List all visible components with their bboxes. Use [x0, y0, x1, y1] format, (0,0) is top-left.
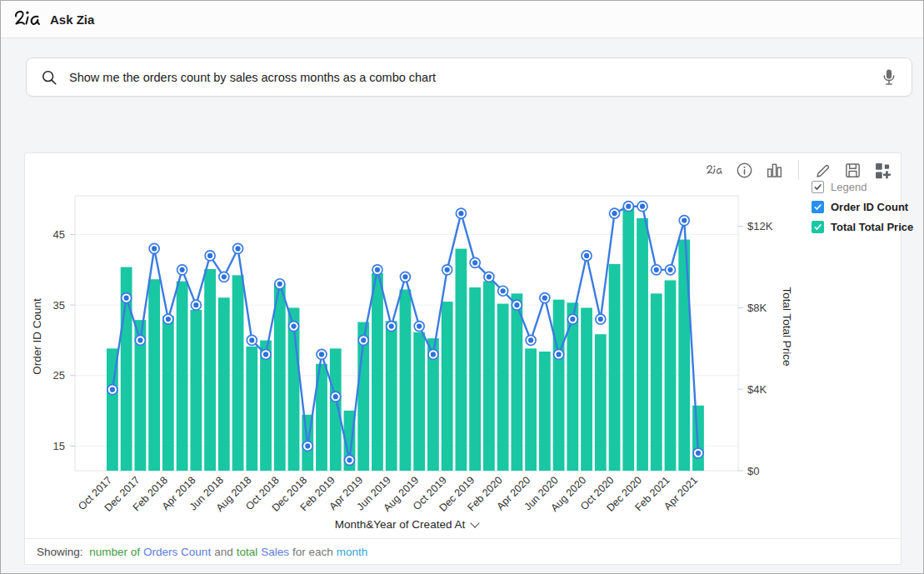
y-left-tick-label: 15	[53, 440, 65, 452]
line-point-core	[556, 352, 561, 357]
line-point-core	[501, 288, 506, 293]
microphone-icon[interactable]	[880, 67, 898, 87]
app-header: Ask Zia	[1, 1, 923, 38]
bar-Oct 2020[interactable]	[609, 264, 621, 471]
line-point-core	[180, 267, 185, 272]
y-left-tick-label: 35	[53, 299, 65, 312]
bar-Feb 2018[interactable]	[162, 316, 174, 471]
bar-May 2020[interactable]	[539, 352, 551, 471]
line-point-core	[249, 337, 254, 342]
bar-Dec 2019[interactable]	[469, 287, 481, 471]
line-point-core	[487, 274, 492, 279]
bar-Feb 2019[interactable]	[330, 348, 342, 471]
line-point-core	[124, 296, 129, 301]
bar-Aug 2019[interactable]	[413, 332, 425, 471]
showing-segment: Orders Count	[143, 546, 211, 558]
showing-segment: total	[237, 546, 258, 558]
line-point-core	[667, 267, 672, 272]
y-left-axis-title: Order ID Count	[31, 298, 43, 375]
line-point-core	[110, 387, 115, 392]
y-right-tick-label: $4K	[747, 383, 767, 396]
line-point-core	[152, 246, 157, 251]
bar-Jan 2020[interactable]	[483, 282, 495, 471]
ask-zia-search-bar	[26, 57, 912, 97]
y-right-axis-title: Total Total Price	[781, 287, 793, 366]
line-point-core	[207, 253, 212, 258]
bar-Aug 2020[interactable]	[581, 307, 592, 471]
line-point-core	[640, 204, 645, 209]
line-point-core	[361, 337, 366, 342]
line-point-core	[305, 443, 310, 448]
zia-logo	[13, 9, 42, 29]
line-point-core	[626, 204, 631, 209]
bar-May 2018[interactable]	[204, 269, 216, 471]
line-point-core	[347, 457, 352, 462]
line-point-core	[682, 218, 687, 223]
bar-Dec 2020[interactable]	[637, 218, 648, 471]
showing-segment: for each	[292, 546, 333, 558]
line-point-core	[193, 302, 198, 307]
line-point-core	[654, 267, 659, 272]
line-point-core	[137, 337, 142, 342]
showing-segment: Showing:	[37, 546, 86, 558]
line-point-core	[696, 451, 701, 456]
line-point-core	[277, 282, 282, 287]
bar-Apr 2018[interactable]	[190, 310, 202, 471]
bar-Nov 2020[interactable]	[622, 206, 634, 471]
bar-Jun 2018[interactable]	[218, 297, 230, 471]
chevron-down-icon	[471, 518, 480, 527]
y-right-tick-label: $8K	[747, 302, 767, 314]
bar-Jun 2020[interactable]	[553, 300, 565, 471]
bar-Apr 2020[interactable]	[525, 348, 537, 471]
bar-Jul 2019[interactable]	[400, 289, 412, 471]
bar-Mar 2020[interactable]	[511, 293, 522, 471]
bar-Jan 2018[interactable]	[148, 279, 160, 471]
line-point-core	[389, 323, 394, 328]
line-point-core	[458, 211, 463, 216]
search-icon	[41, 69, 57, 86]
line-point-core	[375, 267, 380, 272]
line-point-core	[612, 211, 617, 216]
line-point-core	[570, 317, 575, 322]
combo-chart: 45352515$12K$8K$4K$0Oct 2017Dec 2017Feb …	[25, 153, 902, 542]
bar-Nov 2019[interactable]	[456, 249, 467, 471]
bar-Feb 2021[interactable]	[665, 280, 677, 471]
bar-May 2019[interactable]	[372, 273, 383, 471]
bar-Oct 2019[interactable]	[442, 302, 453, 471]
x-axis-title-dropdown[interactable]: Month&Year of Created At	[75, 518, 738, 531]
line-point-core	[598, 317, 603, 322]
query-input[interactable]	[67, 70, 880, 85]
line-point-core	[333, 394, 338, 399]
bar-Jul 2018[interactable]	[232, 275, 244, 471]
bar-Aug 2018[interactable]	[246, 347, 257, 471]
line-point-core	[222, 274, 227, 279]
y-right-tick-label: $0	[747, 465, 759, 477]
bar-Jan 2021[interactable]	[651, 293, 662, 471]
line-point-core	[235, 246, 240, 251]
showing-segment: and	[214, 546, 233, 558]
bar-Jun 2019[interactable]	[386, 321, 397, 471]
y-left-tick-label: 25	[53, 369, 65, 382]
line-point-core	[431, 352, 436, 357]
bar-Mar 2018[interactable]	[177, 282, 188, 471]
line-point-core	[528, 337, 533, 342]
x-axis-title-label: Month&Year of Created At	[335, 518, 465, 531]
bar-Feb 2020[interactable]	[497, 304, 509, 471]
showing-segment: Sales	[261, 546, 289, 558]
line-point-core	[514, 302, 519, 307]
line-point-core	[166, 317, 171, 322]
line-point-core	[291, 323, 296, 328]
line-point-core	[472, 260, 477, 265]
chart-card: LegendOrder ID CountTotal Total Price 45…	[24, 152, 902, 565]
y-right-tick-label: $12K	[747, 220, 773, 232]
line-point-core	[445, 267, 450, 272]
showing-summary: Showing: number ofOrders CountandtotalSa…	[25, 538, 901, 564]
ask-zia-window: Ask Zia	[0, 0, 924, 574]
line-point-core	[263, 352, 268, 357]
y-left-tick-label: 45	[53, 228, 65, 241]
line-point-core	[417, 323, 422, 328]
bar-Sep 2020[interactable]	[595, 334, 607, 471]
line-point-core	[542, 296, 547, 301]
line-point-core	[402, 274, 407, 279]
bar-Oct 2018[interactable]	[274, 283, 286, 471]
